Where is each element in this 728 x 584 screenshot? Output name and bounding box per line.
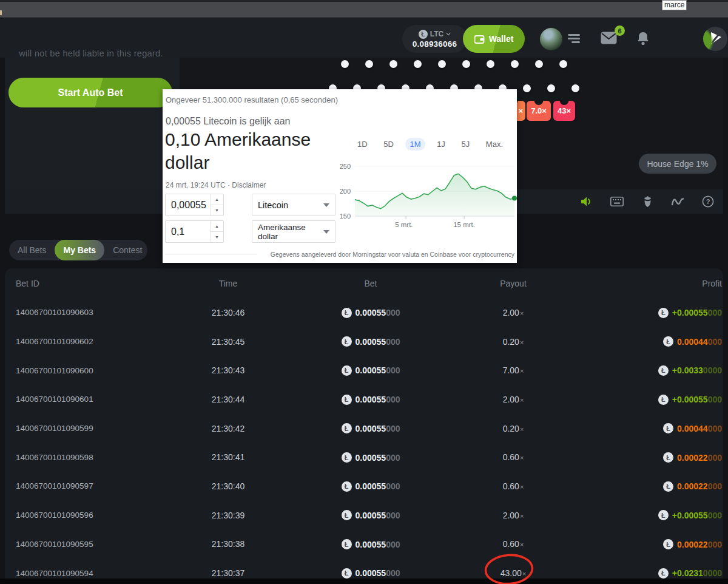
volume-icon[interactable] — [580, 195, 593, 208]
bets-tab-my-bets[interactable]: My Bets — [55, 240, 104, 260]
peg-icon — [559, 60, 567, 68]
bet-payout: 0.60× — [447, 452, 580, 462]
notifications-button[interactable] — [637, 32, 649, 46]
help-icon[interactable]: ? — [701, 195, 715, 208]
bet-id-link[interactable]: 14006700101090596 — [16, 511, 161, 520]
peg-icon — [511, 60, 519, 68]
bet-payout: 0.60× — [447, 481, 580, 491]
col-bet: Bet — [295, 279, 447, 288]
ltc-coin-icon: Ł — [658, 510, 669, 520]
bet-id-link[interactable]: 14006700101090598 — [16, 453, 161, 462]
bet-id-link[interactable]: 14006700101090603 — [16, 308, 161, 317]
bet-amount: Ł0.00055000 — [295, 510, 447, 521]
bet-profit: Ł0.00044000 — [580, 423, 722, 434]
username-overlay: marce — [662, 0, 687, 10]
start-auto-bet-button[interactable]: Start Auto Bet — [8, 78, 172, 107]
table-row: 1400670010109059821:30:41Ł0.000550000.60… — [16, 443, 722, 472]
bet-amount: Ł0.00055000 — [295, 394, 447, 405]
y-axis-label: 150 — [332, 212, 351, 220]
ltc-coin-icon: Ł — [342, 365, 352, 376]
bet-amount: Ł0.00055000 — [295, 423, 447, 434]
x-axis-label: 5 mrt. — [395, 221, 413, 228]
bet-amount: Ł0.00055000 — [295, 481, 447, 492]
bet-id-link[interactable]: 14006700101090595 — [16, 540, 161, 549]
bet-id-link[interactable]: 14006700101090601 — [16, 395, 161, 404]
balance-amount: 0.08936066 — [413, 39, 457, 49]
multiplier-badge[interactable]: 43× — [553, 101, 575, 121]
ltc-coin-icon: Ł — [658, 395, 669, 405]
bet-id-link[interactable]: 14006700101090594 — [16, 569, 161, 578]
peg-icon — [438, 60, 446, 68]
bet-time: 21:30:43 — [161, 365, 295, 375]
ltc-coin-icon: Ł — [342, 568, 352, 579]
wallet-button[interactable]: Wallet — [463, 25, 525, 53]
y-axis-label: 250 — [332, 163, 351, 170]
peg-icon — [547, 84, 555, 92]
bet-id-link[interactable]: 14006700101090600 — [16, 366, 161, 375]
bell-icon — [637, 32, 649, 46]
table-row: 1400670010109060221:30:45Ł0.000550000.20… — [16, 327, 722, 356]
user-avatar[interactable] — [540, 28, 562, 50]
flag-circle-button[interactable] — [703, 27, 727, 51]
account-menu-icon[interactable] — [568, 34, 580, 44]
table-header: Bet ID Time Bet Payout Profit — [16, 268, 722, 298]
peg-icon — [523, 84, 531, 92]
bets-tab-contest[interactable]: Contest — [104, 240, 150, 260]
hotkeys-icon[interactable] — [610, 195, 624, 208]
bet-time: 21:30:44 — [161, 395, 295, 404]
bet-profit: Ł0.00022000 — [580, 452, 722, 463]
messages-badge: 6 — [615, 25, 625, 36]
currency-widget-popup: Ongeveer 51.300.000 resultaten (0,65 sec… — [163, 89, 517, 263]
bets-tabs: All BetsMy BetsContest — [9, 240, 147, 260]
chevron-down-icon — [446, 32, 451, 36]
ltc-coin-icon: Ł — [658, 308, 669, 318]
live-stats-icon[interactable] — [671, 195, 684, 208]
balance-selector[interactable]: Ł LTC 0.08936066 — [402, 25, 467, 53]
messages-button[interactable]: 6 — [601, 32, 621, 49]
table-row: 1400670010109060121:30:44Ł0.000550002.00… — [16, 385, 722, 414]
bet-payout: 43.00× — [447, 568, 580, 578]
peg-icon — [341, 60, 349, 68]
ltc-coin-icon: Ł — [663, 336, 673, 347]
ltc-coin-icon: Ł — [663, 452, 673, 463]
fairness-seed-icon[interactable] — [641, 195, 654, 208]
bottom-strip — [0, 579, 728, 584]
peg-icon — [487, 60, 494, 68]
data-attribution: Gegevens aangeleverd door Morningstar vo… — [254, 251, 514, 258]
ltc-coin-icon: Ł — [342, 510, 352, 520]
bet-time: 21:30:38 — [161, 539, 295, 549]
left-edge-tick — [0, 10, 2, 15]
bet-profit: Ł+0.02310000 — [580, 568, 722, 579]
ltc-coin-icon: Ł — [342, 539, 352, 549]
peg-icon — [571, 84, 579, 92]
wallet-icon — [474, 35, 485, 44]
bet-id-link[interactable]: 14006700101090602 — [16, 337, 161, 346]
table-body: 1400670010109060321:30:46Ł0.000550002.00… — [16, 298, 722, 584]
col-payout: Payout — [447, 279, 580, 288]
ltc-coin-icon: Ł — [342, 336, 352, 347]
bets-tab-all-bets[interactable]: All Bets — [9, 240, 55, 260]
balance-currency: LTC — [430, 30, 443, 38]
ltc-coin-icon: Ł — [342, 423, 352, 433]
browser-strip — [0, 2, 728, 18]
ltc-coin-icon: Ł — [663, 539, 673, 549]
bet-profit: Ł+0.00055000 — [580, 394, 722, 405]
peg-icon — [535, 60, 543, 68]
col-time: Time — [161, 279, 295, 288]
ltc-coin-icon: Ł — [342, 481, 352, 492]
ltc-coin-icon: Ł — [342, 308, 352, 318]
bet-amount: Ł0.00055000 — [295, 452, 447, 463]
widget-divider — [165, 254, 257, 254]
col-profit: Profit — [580, 279, 722, 288]
ltc-coin-icon: Ł — [658, 568, 669, 579]
ltc-coin-icon: Ł — [663, 423, 673, 433]
bet-time: 21:30:46 — [161, 308, 295, 317]
bet-amount: Ł0.00055000 — [295, 307, 447, 318]
ltc-coin-icon: Ł — [342, 395, 352, 405]
bet-profit: Ł+0.00055000 — [580, 307, 722, 318]
bet-amount: Ł0.00055000 — [295, 568, 447, 579]
multiplier-badge[interactable]: 7.0× — [527, 101, 551, 121]
bet-id-link[interactable]: 14006700101090599 — [16, 424, 161, 433]
bets-table: Bet ID Time Bet Payout Profit 1400670010… — [5, 268, 723, 584]
bet-id-link[interactable]: 14006700101090597 — [16, 481, 161, 491]
